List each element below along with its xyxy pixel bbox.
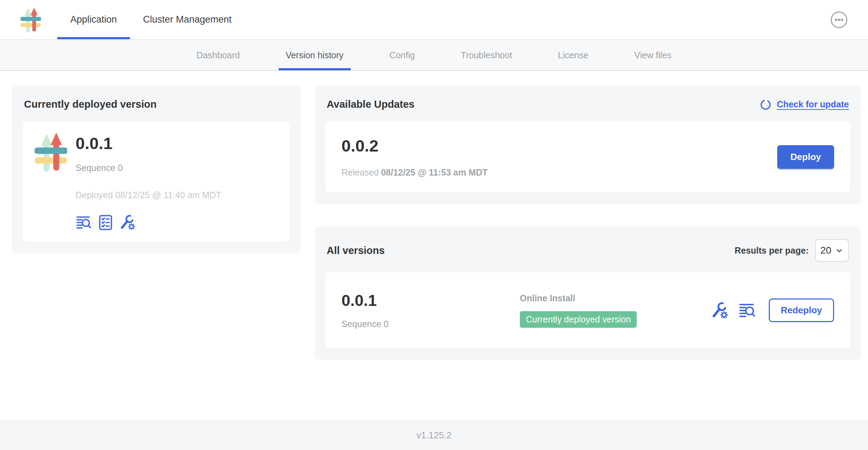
tab-dashboard[interactable]: Dashboard bbox=[190, 40, 247, 70]
app-logo-icon bbox=[20, 7, 41, 39]
deployed-version-card: 0.0.1 Sequence 0 Deployed 08/12/25 @ 11:… bbox=[23, 122, 290, 242]
right-column: Available Updates Check for update bbox=[315, 85, 861, 360]
row-sequence-label: Sequence 0 bbox=[341, 319, 520, 329]
app-logo-icon bbox=[35, 132, 67, 231]
available-updates-panel: Available Updates Check for update bbox=[315, 85, 861, 204]
tab-license[interactable]: License bbox=[551, 40, 595, 70]
currently-deployed-badge: Currently deployed version bbox=[520, 311, 637, 328]
deploy-button[interactable]: Deploy bbox=[777, 145, 834, 169]
results-per-page-select[interactable]: 20 bbox=[815, 239, 849, 262]
view-logs-icon bbox=[76, 226, 92, 232]
chevron-down-icon bbox=[834, 246, 844, 255]
edit-config-button[interactable] bbox=[119, 214, 136, 231]
results-per-page: Results per page: 20 bbox=[735, 239, 849, 262]
tab-config[interactable]: Config bbox=[382, 40, 422, 70]
app-footer: v1.125.2 bbox=[0, 420, 868, 450]
config-wrench-gear-icon bbox=[119, 226, 136, 232]
all-versions-panel: All versions Results per page: 20 bbox=[315, 226, 861, 360]
main-content: Currently deployed version 0.0.1 Sequenc… bbox=[0, 71, 868, 420]
tab-view-files[interactable]: View files bbox=[627, 40, 678, 70]
preflight-checks-button[interactable] bbox=[97, 214, 114, 231]
tab-application[interactable]: Application bbox=[57, 0, 130, 39]
view-logs-icon bbox=[738, 315, 756, 320]
refresh-icon bbox=[759, 98, 772, 111]
deployed-timestamp: Deployed 08/12/25 @ 11:40 am MDT bbox=[76, 190, 221, 200]
all-versions-title: All versions bbox=[327, 245, 385, 256]
tab-cluster-management[interactable]: Cluster Management bbox=[130, 0, 245, 39]
update-version-number: 0.0.2 bbox=[341, 136, 488, 155]
view-logs-button[interactable] bbox=[738, 302, 756, 319]
app-subnav: Dashboard Version history Config Trouble… bbox=[0, 40, 868, 71]
released-timestamp: Released08/12/25 @ 11:53 am MDT bbox=[341, 167, 488, 178]
tab-troubleshoot[interactable]: Troubleshoot bbox=[454, 40, 519, 70]
version-row: 0.0.1 Sequence 0 Online Install Currentl… bbox=[325, 272, 850, 348]
currently-deployed-title: Currently deployed version bbox=[24, 99, 290, 110]
tab-version-history[interactable]: Version history bbox=[279, 40, 351, 70]
available-updates-title: Available Updates bbox=[327, 99, 415, 110]
app-header: Application Cluster Management bbox=[0, 0, 868, 40]
console-version-label: v1.125.2 bbox=[416, 430, 452, 441]
ellipsis-icon bbox=[830, 25, 848, 30]
results-per-page-label: Results per page: bbox=[735, 245, 809, 256]
currently-deployed-panel: Currently deployed version 0.0.1 Sequenc… bbox=[12, 85, 301, 253]
edit-config-button[interactable] bbox=[711, 302, 729, 319]
overflow-menu-button[interactable] bbox=[830, 11, 848, 29]
available-update-row: 0.0.2 Released08/12/25 @ 11:53 am MDT De… bbox=[325, 121, 850, 193]
row-version-number: 0.0.1 bbox=[341, 291, 520, 310]
deployed-version-number: 0.0.1 bbox=[76, 134, 221, 153]
config-wrench-gear-icon bbox=[711, 315, 729, 320]
check-for-update-link[interactable]: Check for update bbox=[759, 98, 849, 111]
redeploy-button[interactable]: Redeploy bbox=[769, 298, 834, 322]
deployed-sequence-label: Sequence 0 bbox=[76, 163, 221, 173]
view-logs-button[interactable] bbox=[76, 214, 92, 231]
preflight-checks-icon bbox=[97, 226, 114, 232]
header-tabs: Application Cluster Management bbox=[57, 0, 245, 39]
deployed-actions bbox=[76, 214, 221, 231]
install-type-label: Online Install bbox=[520, 293, 711, 303]
